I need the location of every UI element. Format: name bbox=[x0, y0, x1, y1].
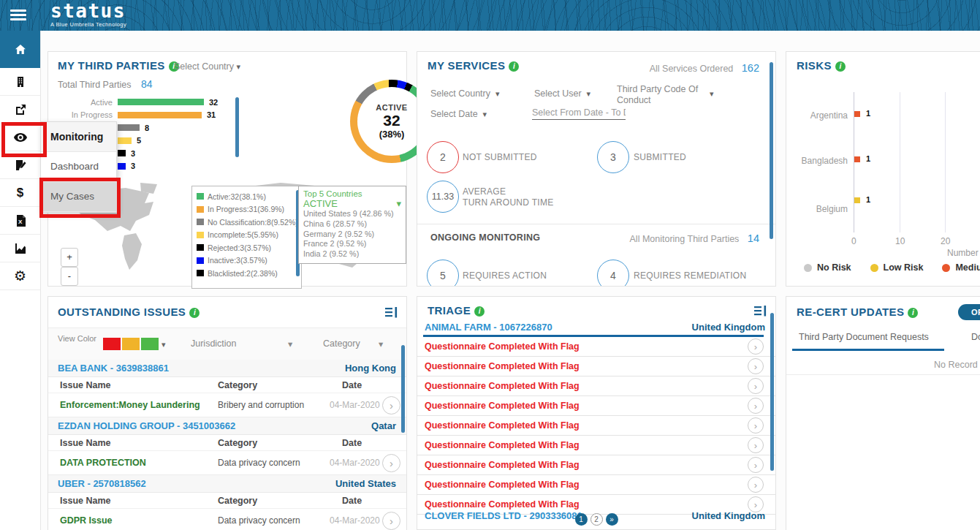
company-link[interactable]: UBER - 2570818562 bbox=[58, 478, 146, 489]
company-link[interactable]: EZDAN HOLDING GROUP - 3451003662 bbox=[58, 420, 235, 431]
donut-center-label: ACTIVE bbox=[376, 103, 407, 112]
panel-scrollbar[interactable] bbox=[770, 313, 774, 471]
open-item-button[interactable]: › bbox=[748, 398, 764, 414]
open-item-button[interactable]: › bbox=[748, 437, 764, 453]
sidebar-item-reports[interactable]: X bbox=[0, 207, 40, 235]
sidebar-item-monitoring[interactable] bbox=[0, 124, 40, 151]
company-row: BEA BANK - 3639838861 Hong Kong bbox=[48, 360, 406, 377]
map-legend: Active:32(38.1%) In Progress:31(36.9%) N… bbox=[191, 186, 302, 289]
page-2-button[interactable]: 2 bbox=[590, 513, 603, 526]
chevron-down-icon[interactable]: ▾ bbox=[379, 338, 383, 349]
bar bbox=[854, 197, 860, 203]
company-link[interactable]: BEA BANK - 3639838861 bbox=[58, 363, 169, 374]
tab-documents[interactable]: Documents bbox=[971, 332, 980, 342]
issue-row: GDPR Issue Data privacy concern 04-Mar-2… bbox=[48, 509, 406, 530]
requires-remediation-count: 4 bbox=[597, 260, 629, 287]
select-date-dropdown[interactable]: Select Date ▾ bbox=[430, 109, 487, 119]
sidebar-item-settings[interactable]: ⚙ bbox=[0, 262, 40, 290]
flyout-item-my-cases[interactable]: My Cases bbox=[41, 182, 116, 212]
open-item-button[interactable]: › bbox=[748, 358, 764, 374]
column-header-row: Issue NameCategoryDate bbox=[48, 493, 406, 509]
top-country-row: France 2 (9.52 %) bbox=[303, 239, 401, 249]
open-item-button[interactable]: › bbox=[748, 457, 764, 473]
company-link[interactable]: ANIMAL FARM - 1067226870 bbox=[425, 322, 552, 333]
active-tab-underline bbox=[792, 349, 944, 351]
sidebar-item-third-parties[interactable] bbox=[0, 68, 40, 96]
top-countries-filter[interactable]: ACTIVE ▾ bbox=[303, 198, 401, 209]
select-user-dropdown[interactable]: Select User ▾ bbox=[534, 88, 590, 99]
sidebar-item-analytics[interactable] bbox=[0, 235, 40, 262]
flyout-item-dashboard[interactable]: Dashboard bbox=[41, 152, 116, 182]
flyout-header-monitoring[interactable]: Monitoring bbox=[41, 122, 116, 152]
legend-dot bbox=[942, 264, 950, 272]
issue-date: 04-Mar-2020 bbox=[330, 515, 382, 526]
open-issue-button[interactable]: › bbox=[382, 454, 400, 472]
color-swatch-green bbox=[141, 338, 159, 350]
tab-third-party-document-requests[interactable]: Third Party Document Requests bbox=[799, 332, 929, 342]
sidebar-item-home[interactable] bbox=[0, 31, 40, 68]
info-icon[interactable]: i bbox=[474, 306, 485, 317]
triage-row: Questionnaire Completed With Flag› bbox=[417, 337, 775, 357]
bar-chart-scrollbar[interactable] bbox=[235, 97, 239, 157]
monitoring-flyout-menu: Monitoring Dashboard My Cases bbox=[40, 121, 117, 213]
dollar-icon: $ bbox=[17, 186, 23, 200]
info-icon[interactable]: i bbox=[835, 61, 846, 72]
all-monitoring-label: All Monitoring Third Parties bbox=[630, 234, 740, 244]
map-zoom-in-button[interactable]: + bbox=[61, 248, 78, 267]
chevron-down-icon[interactable]: ▾ bbox=[162, 340, 166, 349]
jurisdiction-dropdown[interactable]: Jurisdiction bbox=[191, 338, 237, 349]
donut-center-percent: (38%) bbox=[379, 129, 405, 140]
chevron-down-icon: ▾ bbox=[396, 198, 401, 209]
next-page-button[interactable]: » bbox=[606, 513, 618, 526]
open-button[interactable]: OPEN bbox=[958, 304, 980, 320]
category-dropdown[interactable]: Category bbox=[323, 338, 360, 349]
bar-row: In Progress31 bbox=[48, 109, 275, 122]
info-icon[interactable]: i bbox=[189, 308, 200, 318]
triage-row: Questionnaire Completed With Flag› bbox=[417, 455, 775, 475]
sidebar-item-payments[interactable]: $ bbox=[0, 179, 40, 207]
info-icon[interactable]: i bbox=[509, 61, 519, 72]
list-filter-icon[interactable] bbox=[754, 306, 767, 319]
bar bbox=[854, 156, 860, 162]
top-countries-box: Top 5 Countries ACTIVE ▾ United States 9… bbox=[298, 186, 406, 264]
select-country-dropdown[interactable]: Select Country ▾ bbox=[430, 88, 499, 99]
issues-list: BEA BANK - 3639838861 Hong Kong Issue Na… bbox=[48, 360, 406, 530]
view-color-dropdown[interactable] bbox=[103, 338, 160, 350]
chevron-down-icon[interactable]: ▾ bbox=[288, 338, 292, 349]
page-1-button[interactable]: 1 bbox=[575, 513, 588, 526]
map-zoom-out-button[interactable]: - bbox=[61, 267, 78, 286]
open-issue-button[interactable]: › bbox=[382, 512, 400, 530]
open-item-button[interactable]: › bbox=[748, 378, 764, 394]
open-issue-button[interactable]: › bbox=[382, 396, 400, 414]
sidebar-item-assessments[interactable] bbox=[0, 151, 40, 179]
x-axis-label: Number bbox=[947, 248, 979, 258]
legend-dot bbox=[804, 264, 812, 272]
turnaround-value: 11.33 bbox=[427, 181, 459, 213]
date-range-input[interactable] bbox=[532, 106, 626, 120]
open-item-button[interactable]: › bbox=[748, 477, 764, 493]
risks-legend: No Risk Low Risk Medium Risk bbox=[804, 262, 980, 273]
code-of-conduct-dropdown[interactable]: Third Party Code Of Conduct bbox=[617, 84, 704, 106]
chevron-down-icon: ▾ bbox=[587, 89, 591, 98]
list-filter-icon[interactable] bbox=[385, 307, 398, 321]
sidebar-nav: $ X ⚙ bbox=[0, 31, 41, 530]
panel-scrollbar[interactable] bbox=[770, 62, 773, 239]
hamburger-menu-icon[interactable] bbox=[10, 10, 26, 21]
logo-tagline: A Blue Umbrella Technology bbox=[50, 21, 126, 28]
legend-label: Low Risk bbox=[884, 262, 924, 273]
select-country-dropdown[interactable]: Select Country ▾ bbox=[174, 61, 240, 72]
top-country-row: Germany 2 (9.52 %) bbox=[303, 230, 401, 240]
sidebar-item-share[interactable] bbox=[0, 96, 40, 124]
issue-name: Enforcement:Money Laundering bbox=[48, 400, 218, 410]
panel-scrollbar[interactable] bbox=[401, 345, 405, 433]
panel-outstanding-issues: OUTSTANDING ISSUESi View Color ▾ Jurisdi… bbox=[48, 296, 407, 530]
open-item-button[interactable]: › bbox=[748, 417, 764, 434]
chevron-down-icon[interactable]: ▾ bbox=[710, 88, 714, 99]
panel-title: MY SERVICES bbox=[428, 59, 505, 72]
app-logo: status A Blue Umbrella Technology bbox=[50, 1, 126, 28]
open-item-button[interactable]: › bbox=[748, 338, 764, 355]
issue-row: Enforcement:Money Laundering Bribery and… bbox=[48, 393, 406, 417]
all-monitoring-value: 14 bbox=[748, 232, 759, 244]
triage-row: Questionnaire Completed With Flag› bbox=[417, 376, 775, 396]
info-icon[interactable]: i bbox=[908, 308, 918, 318]
